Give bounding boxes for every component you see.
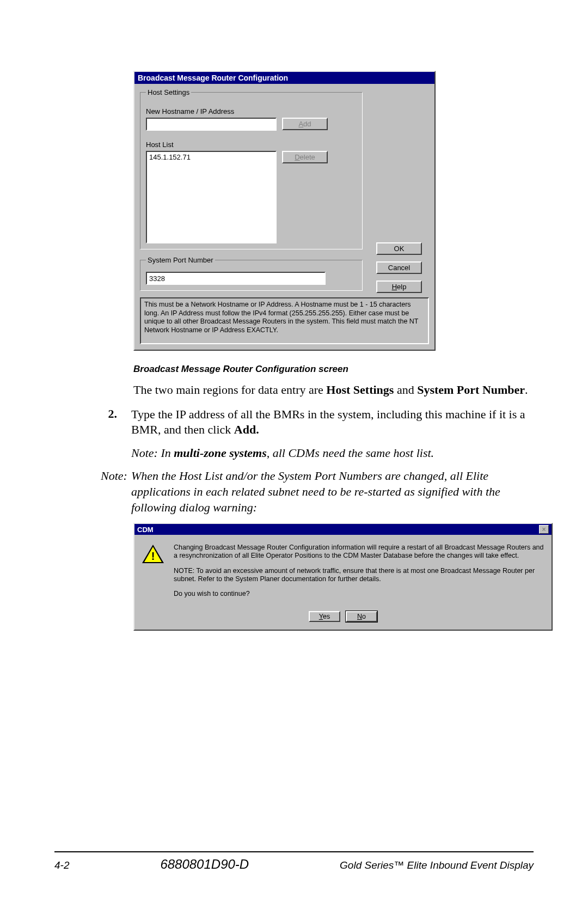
- footer-doc-title: Gold Series™ Elite Inbound Event Display: [340, 859, 534, 871]
- ok-button[interactable]: OK: [376, 242, 422, 255]
- host-settings-group: Host Settings New Hostname / IP Address …: [140, 88, 363, 249]
- page-footer: 4-2 6880801D90-D Gold Series™ Elite Inbo…: [54, 851, 534, 872]
- host-list-item[interactable]: 145.1.152.71: [149, 153, 273, 161]
- host-list-label: Host List: [146, 141, 357, 149]
- intro-paragraph: The two main regions for data entry are …: [133, 382, 534, 398]
- note-multizone: Note: In multi-zone systems, all CDMs ne…: [131, 446, 534, 461]
- cdm-dialog-title: CDM: [137, 526, 154, 534]
- bmr-config-dialog: Broadcast Message Router Configuration H…: [133, 71, 436, 351]
- yes-button[interactable]: Yes: [309, 611, 340, 622]
- cdm-warning-dialog: CDM × ! Changing Broadcast Message Route…: [133, 523, 553, 631]
- add-button[interactable]: Add: [282, 118, 328, 130]
- system-port-legend: System Port Number: [146, 256, 215, 264]
- system-port-group: System Port Number: [140, 256, 363, 291]
- step-body: Type the IP address of all the BMRs in t…: [131, 407, 534, 438]
- system-port-input[interactable]: [146, 272, 326, 285]
- cdm-warning-text: Changing Broadcast Message Router Config…: [174, 544, 544, 605]
- context-help-text: This must be a Network Hostname or IP Ad…: [140, 297, 429, 344]
- footer-doc-id: 6880801D90-D: [160, 857, 249, 872]
- close-icon[interactable]: ×: [539, 525, 549, 534]
- step-number: 2.: [103, 407, 117, 438]
- help-button[interactable]: Help: [376, 280, 422, 293]
- cancel-button[interactable]: Cancel: [376, 261, 422, 274]
- host-settings-legend: Host Settings: [146, 88, 191, 96]
- host-list[interactable]: 145.1.152.71: [146, 151, 277, 243]
- step-2: 2. Type the IP address of all the BMRs i…: [79, 407, 534, 438]
- figure-caption: Broadcast Message Router Configuration s…: [133, 364, 534, 375]
- new-hostname-input[interactable]: [146, 118, 277, 131]
- warning-icon: !: [142, 545, 164, 564]
- note-restart: Note: When the Host List and/or the Syst…: [101, 468, 534, 515]
- footer-page-number: 4-2: [54, 859, 69, 871]
- new-hostname-label: New Hostname / IP Address: [146, 107, 357, 115]
- bmr-dialog-title: Broadcast Message Router Configuration: [134, 72, 434, 84]
- delete-button[interactable]: Delete: [282, 151, 328, 163]
- no-button[interactable]: No: [346, 611, 377, 622]
